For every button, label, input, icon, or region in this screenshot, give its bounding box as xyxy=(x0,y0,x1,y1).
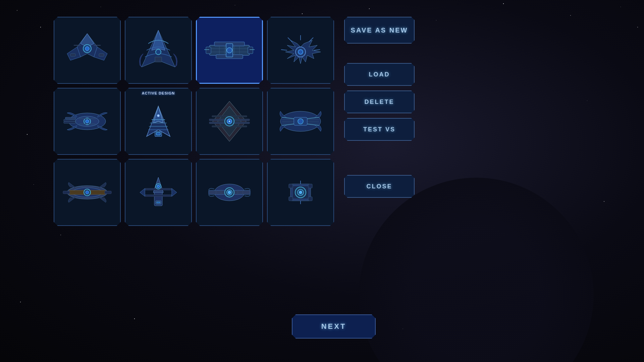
test-vs-button[interactable]: TEST VS xyxy=(344,118,415,141)
star xyxy=(604,201,604,202)
ship-card-4[interactable] xyxy=(267,17,334,84)
ship-card-9[interactable] xyxy=(54,159,121,226)
ship-card-2[interactable] xyxy=(125,17,192,84)
ship-card-1[interactable] xyxy=(54,17,121,84)
star xyxy=(40,27,41,27)
star xyxy=(637,27,638,27)
ship-card-3[interactable] xyxy=(196,17,263,84)
star xyxy=(134,318,135,319)
svg-point-25 xyxy=(227,48,232,53)
svg-rect-85 xyxy=(145,195,172,196)
main-container: ACTIVE DESIGN xyxy=(54,17,418,226)
spacer-1 xyxy=(344,48,418,58)
save-as-new-button[interactable]: SAVE AS NEW xyxy=(344,17,415,44)
star xyxy=(17,10,17,11)
delete-button[interactable]: DELETE xyxy=(344,90,415,113)
svg-point-79 xyxy=(86,191,89,194)
svg-rect-42 xyxy=(64,119,75,121)
svg-line-36 xyxy=(288,38,292,42)
star xyxy=(621,7,621,7)
svg-rect-91 xyxy=(157,202,160,203)
close-button[interactable]: CLOSE xyxy=(344,175,415,198)
sidebar: SAVE AS NEW LOAD DELETE TEST VS CLOSE xyxy=(344,17,418,198)
svg-rect-80 xyxy=(63,191,70,194)
svg-rect-81 xyxy=(105,191,111,194)
ship-card-8[interactable] xyxy=(267,88,334,155)
svg-point-55 xyxy=(157,115,159,117)
svg-point-64 xyxy=(228,120,230,122)
svg-point-89 xyxy=(157,185,160,188)
star xyxy=(60,235,61,235)
svg-point-12 xyxy=(156,49,161,55)
star xyxy=(436,20,436,20)
svg-rect-107 xyxy=(308,184,312,188)
svg-rect-27 xyxy=(248,47,253,54)
svg-line-35 xyxy=(314,50,320,50)
star xyxy=(20,302,21,302)
ship-card-5[interactable] xyxy=(54,88,121,155)
ship-grid: ACTIVE DESIGN xyxy=(54,17,334,226)
svg-point-105 xyxy=(299,191,302,194)
svg-rect-109 xyxy=(308,197,312,201)
star xyxy=(369,8,370,9)
svg-rect-108 xyxy=(289,197,293,201)
ship-card-12[interactable] xyxy=(267,159,334,226)
svg-point-96 xyxy=(228,191,231,194)
star xyxy=(587,101,587,101)
svg-point-70 xyxy=(298,119,303,124)
star xyxy=(34,184,34,185)
star xyxy=(503,3,504,4)
svg-rect-44 xyxy=(65,117,75,119)
star xyxy=(570,15,571,16)
svg-rect-26 xyxy=(206,47,211,54)
star xyxy=(235,5,235,5)
spacer-3 xyxy=(344,160,418,170)
ship-card-7[interactable] xyxy=(196,88,263,155)
ship-card-10[interactable] xyxy=(125,159,192,226)
ship-card-11[interactable] xyxy=(196,159,263,226)
star xyxy=(101,7,101,7)
svg-rect-43 xyxy=(64,121,75,123)
svg-rect-9 xyxy=(99,54,104,56)
star xyxy=(302,13,303,14)
svg-point-5 xyxy=(85,47,89,51)
svg-marker-86 xyxy=(140,188,145,196)
svg-point-41 xyxy=(86,120,89,123)
svg-line-37 xyxy=(281,50,287,50)
svg-rect-106 xyxy=(289,184,293,188)
svg-rect-13 xyxy=(155,57,162,62)
svg-marker-87 xyxy=(172,188,177,196)
svg-point-32 xyxy=(298,50,303,54)
spacer-2 xyxy=(344,145,418,156)
load-button[interactable]: LOAD xyxy=(344,63,415,86)
star xyxy=(27,134,28,135)
ship-card-6[interactable]: ACTIVE DESIGN xyxy=(125,88,192,155)
next-button[interactable]: NEXT xyxy=(292,314,376,339)
svg-rect-8 xyxy=(70,54,75,56)
svg-rect-54 xyxy=(156,132,160,135)
active-design-label: ACTIVE DESIGN xyxy=(142,91,175,95)
